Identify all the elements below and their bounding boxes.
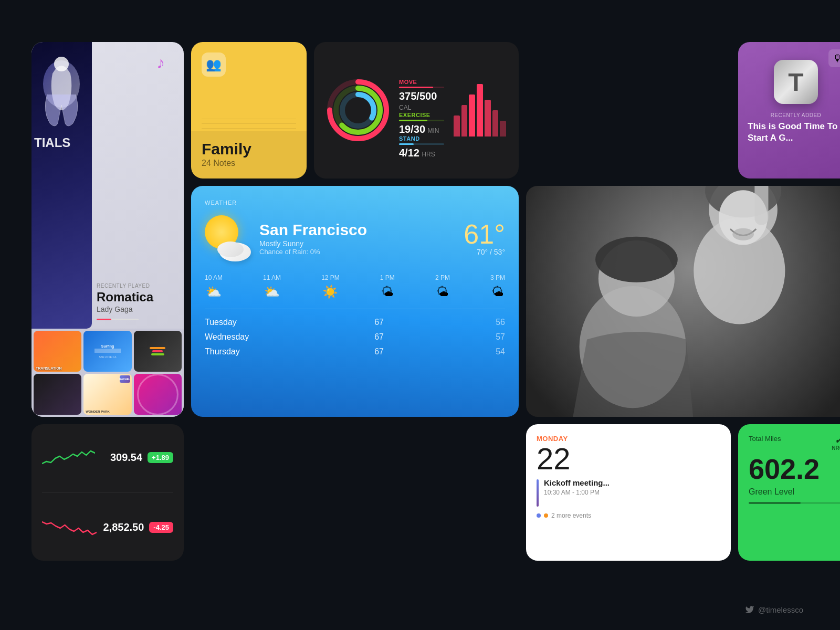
twitter-icon <box>745 605 754 614</box>
recently-added-label: RECENTLY ADDED <box>771 112 822 118</box>
notes-title: Family <box>202 140 296 158</box>
nike-header: Total Miles ✓ NRC <box>749 435 840 451</box>
stocks-widget: 309.54 +1.89 2,852.50 -4.25 <box>32 424 184 561</box>
album-thumb-6[interactable] <box>134 374 182 415</box>
nike-widget: Total Miles ✓ NRC 602.2 Green Level <box>738 424 840 561</box>
cal-date: 22 <box>537 444 720 474</box>
activity-rings <box>327 79 390 142</box>
weather-hourly: 10 AM⛅ 11 AM⛅ 12 PM☀️ 1 PM🌤 2 PM🌤 3 PM🌤 <box>205 274 505 309</box>
svg-text:Surfing: Surfing <box>101 344 114 349</box>
weather-temp: 61° <box>464 220 505 248</box>
t-logo: T <box>774 60 818 104</box>
album-art-svg: TIALS <box>32 42 92 158</box>
nike-total-label: Total Miles <box>749 435 781 443</box>
svg-text:SAN JOSE CA: SAN JOSE CA <box>99 355 117 359</box>
podcast-title: This is Good Time To Start A G... <box>748 121 840 144</box>
music-note-icon: ♪ <box>154 50 175 74</box>
weather-widget: WEATHER San Francisco Mostly Sunny Chanc… <box>191 186 519 417</box>
notes-text: Family 24 Notes <box>191 140 307 178</box>
notes-widget: 👥 Family 24 Notes <box>191 42 307 178</box>
stock-value-2: 2,852.50 <box>102 521 144 533</box>
twitter-handle: @timelessco <box>745 605 803 614</box>
recently-played-label: RECENTLY PLAYED <box>97 283 175 289</box>
activity-bar-chart <box>454 84 506 136</box>
exercise-unit: MIN <box>428 127 439 134</box>
album-thumb-5[interactable]: WONDER PARK RACHEL <box>83 374 131 415</box>
stock-chart-2 <box>42 517 97 539</box>
nike-progress-track <box>749 502 840 504</box>
podcast-widget: 🎙 T RECENTLY ADDED This is Good Time To … <box>738 42 840 178</box>
cal-dot-1 <box>537 513 541 518</box>
music-artist: Lady Gaga <box>97 305 175 313</box>
svg-text:TIALS: TIALS <box>34 135 70 150</box>
stock-row-1: 309.54 +1.89 <box>42 447 173 469</box>
album-thumb-4[interactable] <box>34 374 81 415</box>
cal-event-time: 10:30 AM - 1:00 PM <box>544 489 610 496</box>
cal-dot-2 <box>544 513 548 518</box>
cal-more-events: 2 more events <box>537 512 720 519</box>
move-unit: CAL <box>399 104 411 111</box>
exercise-label: EXERCISE <box>399 112 444 118</box>
weather-forecast: Tuesday 67 56 Wednesday 67 57 Thursday 6… <box>205 318 505 356</box>
stand-label: STAND <box>399 135 444 142</box>
nike-progress-fill <box>749 502 801 504</box>
music-progress-bar <box>97 319 111 320</box>
weather-lo: 53° <box>494 248 505 256</box>
cal-more-text: 2 more events <box>551 512 591 519</box>
calendar-widget: MONDAY 22 Kickoff meeting... 10:30 AM - … <box>526 424 731 561</box>
photo-widget: 515 <box>526 186 840 417</box>
activity-stats: MOVE 375/500 CAL EXERCISE 19/30 MIN STAN… <box>399 79 444 142</box>
nike-miles: 602.2 <box>749 454 840 484</box>
album-thumb-1[interactable]: TRANSLATION <box>34 331 81 372</box>
music-title: Romatica <box>97 290 175 304</box>
stock-chart-1 <box>42 447 95 469</box>
move-label: MOVE <box>399 79 444 85</box>
nike-nrc-label: NRC <box>832 445 840 451</box>
twitter-text: @timelessco <box>758 605 803 614</box>
nike-swoosh-logo: ✓ <box>832 435 840 445</box>
stand-unit: HRS <box>422 151 435 158</box>
cal-event-title: Kickoff meeting... <box>544 478 610 487</box>
weather-city: San Francisco <box>259 221 455 238</box>
cal-event-bar <box>537 479 539 507</box>
weather-hi: 70° <box>477 248 488 256</box>
notes-icon: 👥 <box>202 52 226 77</box>
svg-text:♪: ♪ <box>156 53 165 71</box>
nike-level: Green Level <box>749 487 840 497</box>
weather-label: WEATHER <box>205 200 505 206</box>
move-value: 375/500 <box>399 90 437 102</box>
stock-change-2: -4.25 <box>149 522 173 533</box>
podcast-mic-icon: 🎙 <box>828 49 840 67</box>
album-thumb-2[interactable]: SurfingSAN JOSE CA <box>83 331 131 372</box>
album-thumb-3[interactable] <box>134 331 182 372</box>
stock-change-1: +1.89 <box>148 452 173 463</box>
weather-condition: Mostly Sunny <box>259 239 455 248</box>
svg-point-25 <box>595 237 678 282</box>
weather-rain: Chance of Rain: 0% <box>259 248 455 256</box>
svg-rect-4 <box>94 349 121 353</box>
stock-value-1: 309.54 <box>100 452 142 464</box>
photo-content: 515 <box>526 186 840 417</box>
music-widget: TIALS ♪ RECENTLY PLAYED Rom <box>32 42 184 417</box>
svg-rect-21 <box>754 186 768 225</box>
notes-count: 24 Notes <box>202 159 296 168</box>
svg-point-20 <box>732 228 754 240</box>
weather-sun-icon <box>205 215 251 261</box>
stock-row-2: 2,852.50 -4.25 <box>42 517 173 539</box>
svg-point-1 <box>54 57 69 71</box>
exercise-value: 19/30 <box>399 123 425 135</box>
stand-value: 4/12 <box>399 147 419 159</box>
cal-event: Kickoff meeting... 10:30 AM - 1:00 PM <box>537 478 720 507</box>
activity-widget: MOVE 375/500 CAL EXERCISE 19/30 MIN STAN… <box>314 42 519 178</box>
